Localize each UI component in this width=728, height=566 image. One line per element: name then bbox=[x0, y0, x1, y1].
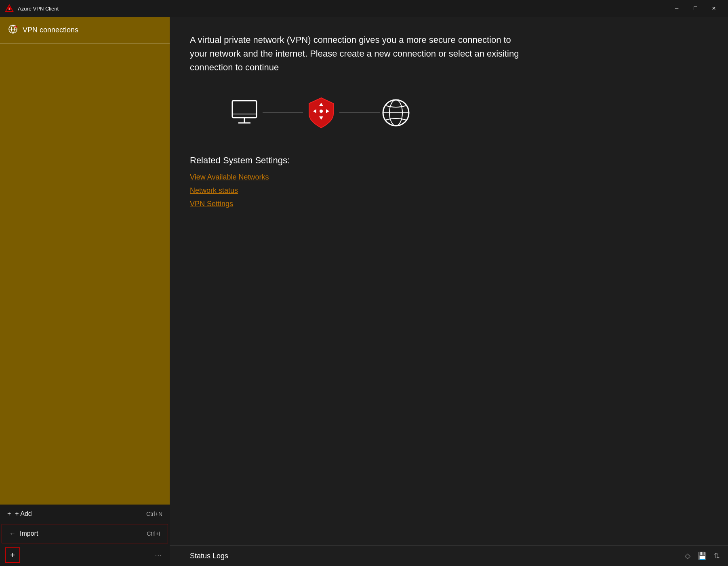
sidebar-header-label: VPN connections bbox=[23, 26, 78, 34]
add-menu-item[interactable]: + + Add Ctrl+N bbox=[0, 505, 170, 523]
import-icon: ← bbox=[9, 530, 16, 537]
related-settings-label: Related System Settings: bbox=[190, 155, 708, 166]
network-status-link[interactable]: Network status bbox=[190, 186, 708, 195]
maximize-button[interactable]: ☐ bbox=[686, 2, 705, 15]
status-logs-bar: Status Logs ◇ 💾 ⇅ bbox=[170, 545, 728, 566]
close-button[interactable]: ✕ bbox=[705, 2, 723, 15]
app-title: Azure VPN Client bbox=[18, 6, 667, 12]
svg-point-15 bbox=[320, 110, 323, 113]
main-content: A virtual private network (VPN) connecti… bbox=[170, 17, 728, 566]
add-shortcut: Ctrl+N bbox=[146, 511, 162, 517]
sidebar-connections-list bbox=[0, 44, 170, 505]
add-button[interactable]: + bbox=[5, 547, 20, 563]
import-label: Import bbox=[20, 530, 38, 537]
view-available-networks-link[interactable]: View Available Networks bbox=[190, 173, 708, 182]
related-settings-section: Related System Settings: View Available … bbox=[190, 155, 708, 213]
sidebar-bottom-bar: + ··· bbox=[0, 544, 170, 566]
minimize-button[interactable]: ─ bbox=[667, 2, 686, 15]
sidebar-footer: + + Add Ctrl+N ← Import Ctrl+I + ··· bbox=[0, 505, 170, 566]
diagram-line-2 bbox=[339, 112, 380, 113]
app-icon: + bbox=[5, 4, 14, 13]
vpn-connections-icon: + bbox=[8, 24, 18, 36]
svg-text:+: + bbox=[8, 7, 11, 11]
vpn-diagram bbox=[190, 95, 708, 131]
app-body: + VPN connections + + Add Ctrl+N ← Impor… bbox=[0, 17, 728, 566]
save-icon[interactable]: 💾 bbox=[698, 551, 707, 560]
main-description: A virtual private network (VPN) connecti… bbox=[190, 33, 521, 74]
clear-icon[interactable]: ◇ bbox=[685, 551, 690, 560]
more-button[interactable]: ··· bbox=[151, 549, 165, 562]
svg-rect-7 bbox=[232, 101, 257, 118]
window-controls: ─ ☐ ✕ bbox=[667, 2, 723, 15]
globe-icon bbox=[380, 97, 412, 129]
vpn-settings-link[interactable]: VPN Settings bbox=[190, 200, 708, 208]
import-menu-item[interactable]: ← Import Ctrl+I bbox=[2, 524, 168, 543]
sort-icon[interactable]: ⇅ bbox=[714, 551, 720, 560]
title-bar: + Azure VPN Client ─ ☐ ✕ bbox=[0, 0, 728, 17]
status-logs-label: Status Logs bbox=[190, 552, 228, 560]
monitor-icon bbox=[230, 99, 263, 127]
svg-text:+: + bbox=[15, 26, 17, 29]
sidebar: + VPN connections + + Add Ctrl+N ← Impor… bbox=[0, 17, 170, 566]
status-logs-icons: ◇ 💾 ⇅ bbox=[685, 551, 720, 560]
sidebar-header: + VPN connections bbox=[0, 17, 170, 44]
add-icon: + bbox=[7, 510, 11, 517]
diagram-line-1 bbox=[263, 112, 303, 113]
add-label: + Add bbox=[15, 510, 32, 517]
shield-icon-wrap bbox=[303, 95, 339, 131]
import-shortcut: Ctrl+I bbox=[147, 530, 160, 537]
